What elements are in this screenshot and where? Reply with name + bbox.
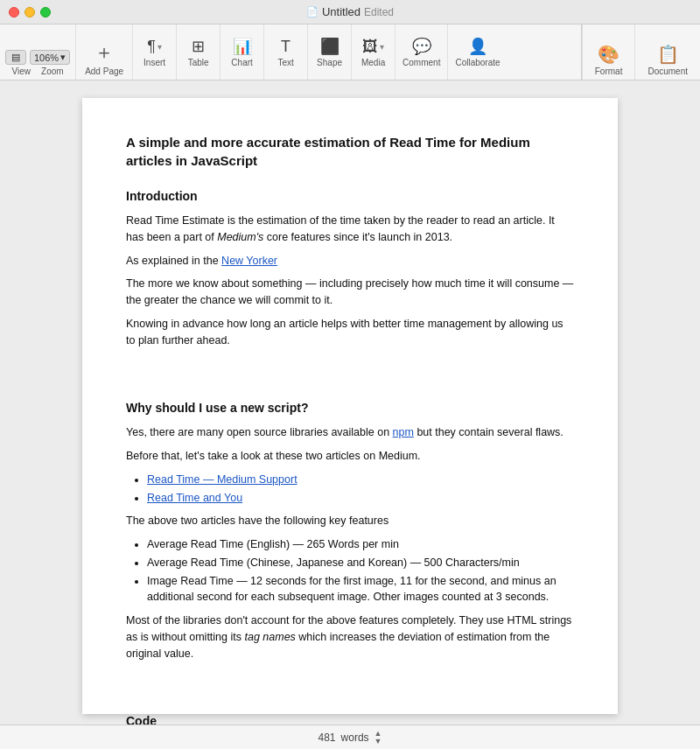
medium-link-1: Read Time — Medium Support bbox=[147, 472, 574, 488]
why-para-1: Yes, there are many open source librarie… bbox=[126, 424, 574, 441]
view-icon: ▤ bbox=[11, 52, 20, 62]
insert-chevron-icon: ▾ bbox=[158, 42, 162, 52]
shape-group[interactable]: ⬛ Shape bbox=[308, 24, 352, 80]
feature-2: Average Read Time (Chinese, Japanese and… bbox=[147, 555, 574, 571]
zoom-value: 106% bbox=[34, 52, 59, 63]
why-para-2: Before that, let's take a look at these … bbox=[126, 448, 574, 465]
chart-label: Chart bbox=[231, 58, 252, 67]
features-list: Average Read Time (English) — 265 Words … bbox=[147, 536, 574, 606]
add-page-label: Add Page bbox=[85, 66, 123, 76]
minimize-button[interactable] bbox=[24, 7, 35, 18]
features-intro: The above two articles have the followin… bbox=[126, 513, 574, 529]
table-label: Table bbox=[188, 58, 209, 67]
shape-icon: ⬛ bbox=[320, 37, 340, 56]
text-group[interactable]: T Text bbox=[264, 24, 308, 80]
medium-link-2: Read Time and You bbox=[147, 490, 574, 507]
page[interactable]: A simple and more accurate estimation of… bbox=[82, 98, 618, 714]
insert-icon: ¶ bbox=[147, 38, 156, 56]
new-yorker-link[interactable]: New Yorker bbox=[221, 255, 277, 267]
media-icon: 🖼 bbox=[362, 38, 378, 56]
document-title: A simple and more accurate estimation of… bbox=[126, 133, 574, 170]
read-time-you-link[interactable]: Read Time and You bbox=[147, 492, 242, 504]
intro-para-1: Read Time Estimate is the estimation of … bbox=[126, 213, 574, 246]
read-time-medium-link[interactable]: Read Time — Medium Support bbox=[147, 473, 298, 486]
arrow-down-icon: ▼ bbox=[374, 738, 382, 746]
intro-para-4: Knowing in advance how long an article h… bbox=[126, 316, 574, 349]
right-toolbar: 🎨 Format 📋 Document bbox=[581, 24, 700, 80]
format-icon: 🎨 bbox=[598, 44, 620, 65]
comment-label: Comment bbox=[402, 58, 440, 67]
format-button[interactable]: 🎨 Format bbox=[582, 24, 635, 80]
insert-group[interactable]: ¶ ▾ Insert bbox=[133, 24, 177, 80]
view-label: View bbox=[12, 66, 32, 76]
section-why-heading: Why should I use a new script? bbox=[126, 399, 574, 417]
intro-para-2: As explained in the New Yorker bbox=[126, 253, 574, 270]
text-icon: T bbox=[281, 38, 290, 56]
collaborate-icon: 👤 bbox=[468, 37, 487, 56]
insert-label: Insert bbox=[144, 58, 165, 67]
word-count-number: 481 bbox=[318, 732, 336, 744]
media-chevron-icon: ▾ bbox=[380, 42, 384, 52]
document-button[interactable]: 📋 Document bbox=[634, 24, 700, 80]
zoom-chevron-icon: ▾ bbox=[60, 52, 66, 63]
add-page-group[interactable]: ＋ Add Page bbox=[76, 24, 133, 80]
text-label: Text bbox=[277, 58, 293, 67]
feature-3: Image Read Time — 12 seconds for the fir… bbox=[147, 573, 574, 606]
chart-group[interactable]: 📊 Chart bbox=[220, 24, 264, 80]
table-icon: ⊞ bbox=[192, 37, 205, 56]
title-bar: 📄 Untitled Edited bbox=[0, 0, 700, 24]
word-count-label: words bbox=[341, 732, 369, 744]
word-count-bar: 481 words ▲ ▼ bbox=[0, 724, 700, 749]
intro-para-3: The more we know about something — inclu… bbox=[126, 276, 574, 309]
maximize-button[interactable] bbox=[40, 7, 51, 18]
filename: Untitled bbox=[322, 5, 360, 18]
npm-link[interactable]: npm bbox=[393, 426, 414, 438]
view-zoom-group[interactable]: ▤ 106% ▾ View Zoom bbox=[0, 24, 76, 80]
shape-label: Shape bbox=[317, 58, 342, 67]
edit-status: Edited bbox=[364, 6, 394, 18]
section-introduction-heading: Introduction bbox=[126, 187, 574, 206]
window-title: 📄 Untitled Edited bbox=[306, 5, 394, 18]
close-button[interactable] bbox=[9, 7, 19, 18]
view-toggle-button[interactable]: ▤ bbox=[5, 50, 26, 65]
collaborate-group[interactable]: 👤 Collaborate bbox=[448, 24, 507, 80]
traffic-lights bbox=[9, 7, 51, 18]
comment-group[interactable]: 💬 Comment bbox=[396, 24, 448, 80]
comment-icon: 💬 bbox=[412, 37, 431, 56]
document-icon: 📄 bbox=[306, 6, 318, 18]
format-label: Format bbox=[595, 66, 623, 76]
library-warning: Most of the libraries don't account for … bbox=[126, 612, 574, 662]
document-icon-btn: 📋 bbox=[657, 44, 679, 65]
document-label: Document bbox=[648, 66, 688, 76]
zoom-button[interactable]: 106% ▾ bbox=[30, 50, 70, 65]
media-group[interactable]: 🖼 ▾ Media bbox=[352, 24, 396, 80]
medium-links-list: Read Time — Medium Support Read Time and… bbox=[147, 472, 574, 507]
zoom-label: Zoom bbox=[41, 66, 64, 76]
document-area[interactable]: A simple and more accurate estimation of… bbox=[0, 80, 700, 749]
feature-1: Average Read Time (English) — 265 Words … bbox=[147, 536, 574, 553]
table-group[interactable]: ⊞ Table bbox=[177, 24, 220, 80]
word-count-arrows[interactable]: ▲ ▼ bbox=[374, 730, 382, 746]
add-page-icon: ＋ bbox=[94, 39, 114, 66]
collaborate-label: Collaborate bbox=[455, 58, 500, 67]
toolbar: ▤ 106% ▾ View Zoom ＋ Add Page ¶ ▾ Insert… bbox=[0, 24, 700, 80]
media-label: Media bbox=[361, 58, 385, 67]
chart-icon: 📊 bbox=[233, 37, 252, 56]
